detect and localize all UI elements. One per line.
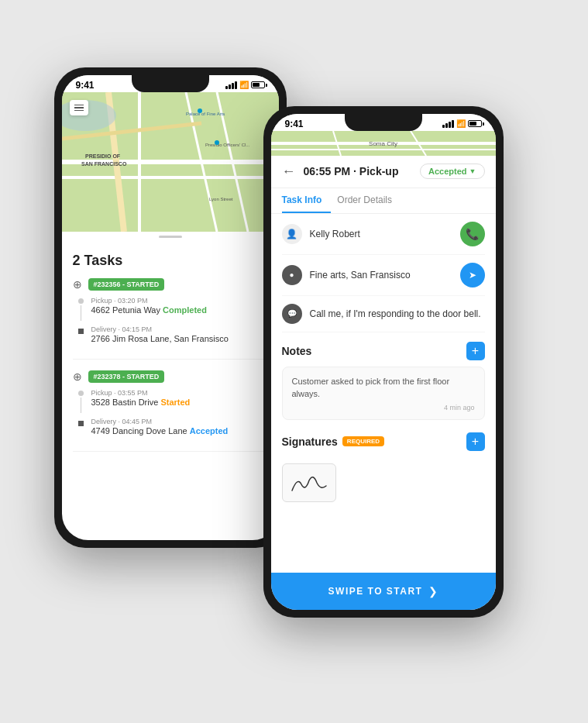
stop-square-2 [78,421,84,426]
contact-note-row: 💬 Call me, if I'm responding to the door… [282,296,485,332]
task-badge-2: #232378 - STARTED [88,370,165,383]
tasks-section: 2 Tasks ⊕ #232356 - STARTED [62,242,279,452]
tab-order-details[interactable]: Order Details [337,188,401,213]
chevron-down-icon: ▼ [469,167,476,175]
required-badge: REQUIRED [342,436,384,446]
stop-pickup-2: Pickup · 03:55 PM 3528 Bastin Drive Star… [77,389,268,413]
delivery-time-2: Delivery · 04:45 PM [91,418,268,425]
task-nav-title: 06:55 PM · Pick-up [304,165,413,177]
signatures-section-header: Signatures REQUIRED + [271,423,496,457]
front-phone-notch [345,114,422,131]
swipe-chevron-icon: ❯ [428,585,438,597]
back-status-icons: 📶 [225,81,265,89]
notes-title: Notes [282,345,312,357]
add-note-button[interactable]: + [466,342,485,360]
stop-dot-pickup-2 [78,391,84,396]
stop-connector-2 [81,398,82,413]
stop-connector-1 [81,305,82,321]
stop-square-1 [78,329,84,334]
tasks-title: 2 Tasks [73,253,268,269]
battery-icon [251,81,265,88]
location-icon: ● [282,265,302,285]
add-signature-button[interactable]: + [466,432,485,451]
svg-text:SAN FRANCISCO: SAN FRANCISCO [81,161,127,167]
back-button[interactable]: ← [282,164,296,180]
target-icon-1: ⊕ [73,278,82,291]
front-status-icons: 📶 [442,119,482,128]
contact-address-row: ● Fine arts, San Fransisco ➤ [282,255,485,296]
notes-card: Customer asked to pick from the first fl… [282,367,485,420]
stop-dot-pickup-1 [78,298,84,304]
pickup-status-1: Completed [163,305,207,315]
svg-point-14 [215,140,219,145]
front-map-strip: Soma City [271,131,496,156]
delivery-status-2: Accepted [190,426,229,436]
call-button[interactable]: 📞 [460,222,485,246]
contact-name: Kelly Robert [310,229,452,239]
notes-section-header: Notes + [271,332,496,367]
svg-text:Lyon Street: Lyon Street [209,197,233,201]
task-card-1: ⊕ #232356 - STARTED Pickup · 03:20 PM [73,278,268,360]
signature-image [286,469,332,497]
scroll-indicator [159,236,182,238]
pickup-address-2: 3528 Bastin Drive [91,398,159,407]
task-nav-header: ← 06:55 PM · Pick-up Accepted ▼ [271,156,496,188]
delivery-time-1: Delivery · 04:15 PM [91,325,268,333]
signature-box[interactable] [282,463,336,502]
swipe-to-start-bar[interactable]: SWIPE TO START ❯ [271,573,496,610]
delivery-address-1: 2766 Jim Rosa Lane, San Fransisco [91,334,268,343]
stop-pickup-1: Pickup · 03:20 PM 4662 Petunia Way Compl… [77,297,268,321]
task-badge-1: #232356 - STARTED [88,278,165,291]
back-phone: 9:41 📶 [54,67,287,548]
stop-delivery-1: Delivery · 04:15 PM 2766 Jim Rosa Lane, … [77,325,268,343]
contact-name-row: 👤 Kelly Robert 📞 [282,214,485,255]
target-icon-2: ⊕ [73,370,82,383]
swipe-label: SWIPE TO START [328,586,423,597]
svg-point-12 [198,108,202,113]
back-map: PRESIDIO OF SAN FRANCISCO Palace of Fine… [62,92,279,232]
front-time: 9:41 [285,119,304,129]
front-scroll-area[interactable]: ← 06:55 PM · Pick-up Accepted ▼ Task Inf… [271,156,496,560]
signatures-area [271,463,496,549]
svg-text:Palace of Fine Arts: Palace of Fine Arts [186,112,225,116]
tab-task-info[interactable]: Task Info [282,188,332,213]
accepted-label: Accepted [428,167,467,176]
signatures-title: Signatures [282,436,338,448]
front-phone: 9:41 📶 [263,106,504,618]
signal-icon [225,81,237,89]
svg-text:Presidio Officers' Cl...: Presidio Officers' Cl... [205,143,250,147]
contact-note: Call me, if I'm responding to the door b… [310,308,485,319]
navigate-button[interactable]: ➤ [460,263,485,287]
map-city-label: Soma City [369,139,397,146]
task-card-2: ⊕ #232378 - STARTED Pickup · 03:55 PM [73,370,268,452]
front-wifi-icon: 📶 [456,119,466,128]
person-icon: 👤 [282,224,302,244]
pickup-status-2: Started [160,398,190,407]
notes-time: 4 min ago [292,404,475,411]
pickup-address-1: 4662 Petunia Way [91,305,160,315]
stop-delivery-2: Delivery · 04:45 PM 4749 Dancing Dove La… [77,418,268,436]
contact-address: Fine arts, San Fransisco [310,270,452,281]
front-battery-icon [468,120,482,127]
chat-icon: 💬 [282,304,302,324]
svg-text:PRESIDIO OF: PRESIDIO OF [85,153,121,159]
hamburger-menu[interactable] [70,100,88,116]
wifi-icon: 📶 [239,81,249,89]
contact-detail-list: 👤 Kelly Robert 📞 ● Fine arts, San Fransi… [271,214,496,332]
accepted-badge: Accepted ▼ [420,164,484,179]
notes-text: Customer asked to pick from the first fl… [292,375,475,401]
front-signal-icon [442,120,454,128]
pickup-time-1: Pickup · 03:20 PM [91,297,268,305]
pickup-time-2: Pickup · 03:55 PM [91,389,268,397]
back-phone-notch [132,75,209,92]
tab-bar: Task Info Order Details [271,188,496,214]
delivery-address-2: 4749 Dancing Dove Lane [91,426,187,436]
back-time: 9:41 [76,80,95,91]
